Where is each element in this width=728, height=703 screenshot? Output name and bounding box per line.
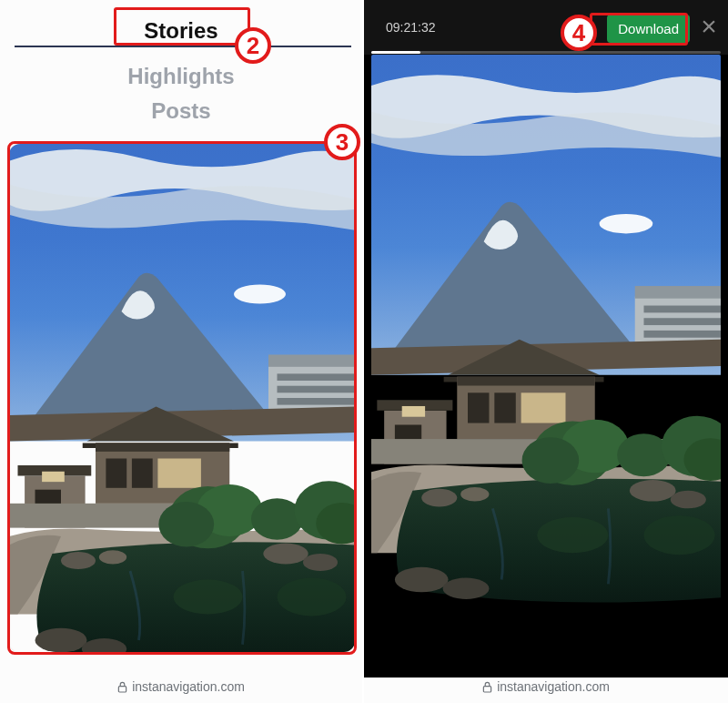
step-badge-4: 4 bbox=[561, 15, 597, 51]
tab-posts[interactable]: Posts bbox=[151, 95, 210, 127]
tab-highlights[interactable]: Highlights bbox=[127, 60, 234, 93]
screenshot-right: Stories Highlights 09:21:32 Download × i… bbox=[364, 0, 728, 703]
story-thumbnail[interactable] bbox=[9, 144, 355, 652]
url-text: instanavigation.com bbox=[497, 679, 610, 694]
url-bar-right: instanavigation.com bbox=[364, 679, 728, 694]
story-timestamp: 09:21:32 bbox=[386, 20, 436, 35]
tab-stories[interactable]: Stories bbox=[144, 15, 217, 47]
lock-icon bbox=[117, 681, 127, 693]
story-image bbox=[9, 144, 355, 652]
story-progress-fill bbox=[371, 51, 420, 54]
tabs-bar: Stories Highlights Posts bbox=[0, 0, 362, 127]
story-progress-bar bbox=[371, 51, 721, 54]
story-viewer-image[interactable] bbox=[371, 55, 721, 678]
url-text: instanavigation.com bbox=[132, 679, 245, 694]
close-icon[interactable]: × bbox=[697, 16, 721, 40]
svg-rect-32 bbox=[119, 686, 126, 691]
svg-rect-33 bbox=[484, 686, 491, 691]
screenshot-left: Stories Highlights Posts instanavigation… bbox=[0, 0, 362, 703]
story-viewer: Stories Highlights 09:21:32 Download × bbox=[364, 0, 728, 678]
url-bar-left: instanavigation.com bbox=[0, 679, 362, 694]
story-full-image bbox=[371, 55, 721, 678]
download-button[interactable]: Download bbox=[607, 15, 690, 43]
tab-underline bbox=[15, 46, 351, 47]
step-badge-3: 3 bbox=[324, 124, 360, 160]
step-badge-2: 2 bbox=[235, 27, 271, 64]
lock-icon bbox=[482, 681, 492, 693]
